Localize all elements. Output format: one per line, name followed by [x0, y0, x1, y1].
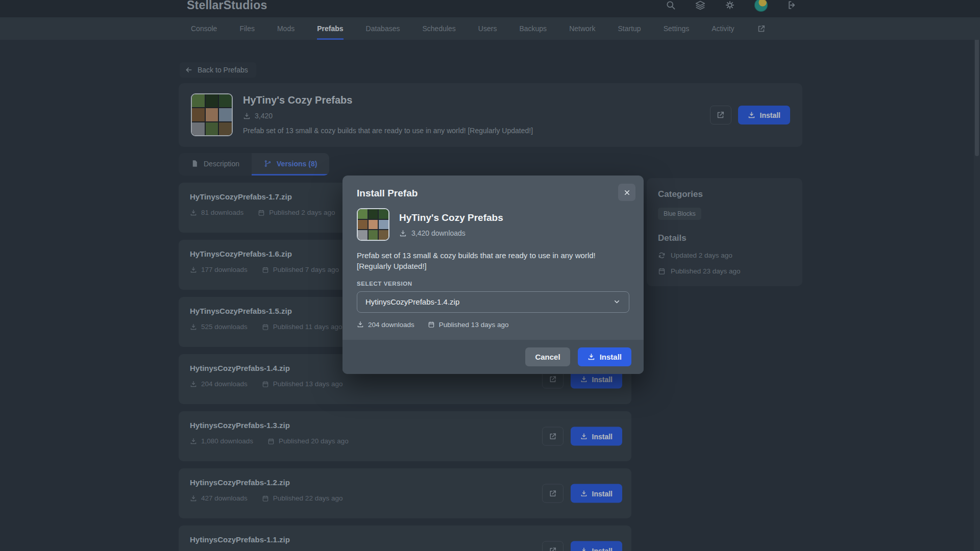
select-version-label: SELECT VERSION [357, 281, 629, 287]
calendar-icon [428, 321, 435, 328]
download-icon [399, 230, 407, 237]
download-icon [587, 353, 595, 361]
modal-title: Install Prefab [357, 188, 629, 199]
modal-version-downloads: 204 downloads [368, 321, 414, 329]
close-icon[interactable] [618, 184, 635, 201]
modal-prefab-title: HyTiny's Cozy Prefabs [399, 212, 503, 223]
version-select-value: HytinysCozyPrefabs-1.4.zip [365, 297, 459, 306]
cancel-button[interactable]: Cancel [525, 347, 570, 366]
download-icon [357, 321, 364, 328]
install-prefab-modal: Install Prefab HyTiny's Cozy Prefabs 3,4… [342, 176, 644, 374]
chevron-down-icon [613, 298, 621, 306]
modal-install-button[interactable]: Install [578, 347, 631, 366]
modal-install-button-label: Install [600, 353, 622, 361]
prefab-thumbnail [357, 208, 389, 241]
cancel-button-label: Cancel [535, 353, 560, 361]
version-select[interactable]: HytinysCozyPrefabs-1.4.zip [357, 291, 629, 313]
modal-version-published: Published 13 days ago [439, 321, 509, 329]
modal-prefab-downloads: 3,420 downloads [411, 229, 465, 237]
modal-prefab-description: Prefab set of 13 small & cozy builds tha… [357, 250, 629, 272]
